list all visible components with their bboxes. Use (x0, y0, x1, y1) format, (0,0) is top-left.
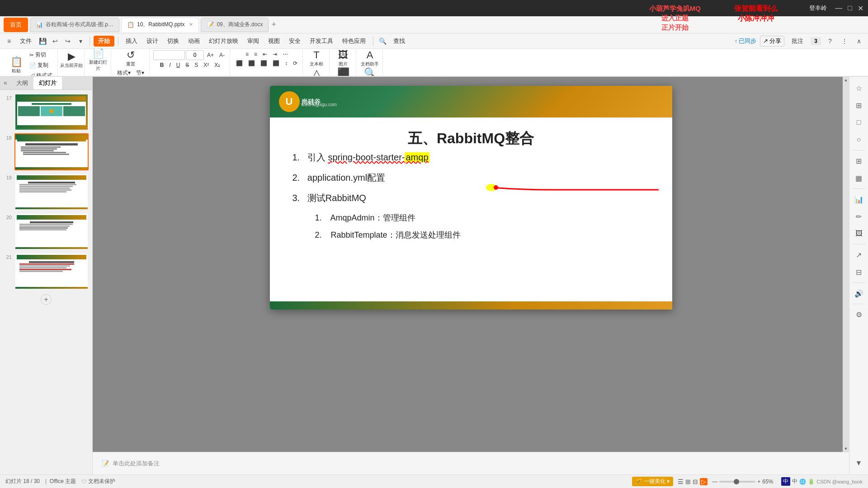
justify-btn[interactable]: ⬛ (270, 59, 282, 67)
start-btn[interactable]: 开始 (94, 36, 114, 47)
special-menu[interactable]: 特色应用 (339, 35, 369, 47)
indent-inc-btn[interactable]: ⇥ (270, 50, 279, 58)
section-dropdown-btn[interactable]: 节▾ (134, 68, 146, 77)
insert-menu[interactable]: 插入 (122, 35, 141, 47)
font-name-box[interactable] (153, 50, 185, 60)
right-icon-settings[interactable]: ⚙ (851, 307, 867, 322)
indent-dec-btn[interactable]: ⇤ (260, 50, 269, 58)
close-btn[interactable]: ✕ (858, 4, 863, 13)
right-icon-table[interactable]: ⊞ (851, 153, 867, 169)
slideshow-from-current-btn[interactable]: ▶ 从当前开始 (61, 50, 81, 70)
align-left-btn[interactable]: ⬛ (234, 59, 245, 67)
view-grid-btn[interactable]: ⊞ (685, 478, 691, 485)
new-slide-btn[interactable]: 📄 新建幻灯片 (88, 50, 108, 70)
tab-pptx2-close[interactable]: ✕ (189, 22, 193, 28)
slide-thumb-19[interactable]: 19 (4, 173, 89, 210)
numbering-btn[interactable]: ≡ (252, 50, 259, 58)
right-icon-chart[interactable]: 📊 (851, 192, 867, 207)
outline-tab[interactable]: 大纲 (11, 77, 33, 89)
right-icon-edit[interactable]: ✏ (851, 209, 867, 224)
scroll-up-arrow[interactable]: ▲ (843, 77, 849, 83)
switch-menu[interactable]: 切换 (164, 35, 183, 47)
view-list-btn[interactable]: ☰ (678, 478, 684, 485)
add-tab-btn[interactable]: + (271, 20, 276, 29)
italic-btn[interactable]: I (167, 61, 173, 69)
cut-btn[interactable]: ✂ 剪切 (27, 50, 55, 60)
bullets-btn[interactable]: ≡ (243, 50, 251, 58)
help-icon[interactable]: ? (825, 36, 835, 47)
zoom-minus-btn[interactable]: — (712, 479, 717, 485)
slide-thumb-17[interactable]: 17 (4, 94, 89, 131)
vertical-scrollbar[interactable]: ▲ ▼ (843, 77, 849, 452)
file-menu[interactable]: 文件 (16, 35, 35, 47)
text-direction-btn[interactable]: ⟳ (291, 59, 300, 67)
lang-cn-icon[interactable]: 中 (781, 477, 790, 486)
bold-btn[interactable]: B (158, 61, 166, 69)
minimize-btn[interactable]: — (835, 4, 842, 13)
strikethrough-btn[interactable]: S (183, 61, 191, 69)
undo-icon[interactable]: ↩ (50, 36, 61, 47)
review-menu[interactable]: 审阅 (244, 35, 263, 47)
add-slide-btn[interactable]: + (41, 294, 52, 305)
home-tab[interactable]: 首页 (4, 18, 28, 32)
increase-font-btn[interactable]: A+ (205, 51, 216, 59)
textbox-btn[interactable]: T 文本框 (307, 50, 326, 67)
animation-menu[interactable]: 动画 (184, 35, 203, 47)
right-icon-audio[interactable]: 🔊 (851, 286, 867, 301)
view-menu[interactable]: 视图 (264, 35, 283, 47)
right-icon-layout2[interactable]: ⊟ (851, 264, 867, 280)
text-assistant-btn[interactable]: A 文档助手 (360, 50, 380, 67)
hamburger-icon[interactable]: ≡ (4, 36, 14, 47)
copy-btn[interactable]: 📄 复制 (27, 61, 55, 70)
tab-pptx1[interactable]: 📊 谷粒商城-分布式高级-图.pptx (30, 18, 119, 32)
align-center-btn[interactable]: ⬛ (246, 59, 257, 67)
slideshow-menu[interactable]: 幻灯片放映 (205, 35, 242, 47)
zoom-plus-btn[interactable]: + (757, 479, 760, 485)
view-reading-btn[interactable]: ▷ (700, 478, 708, 485)
zoom-slider[interactable] (719, 481, 755, 483)
tab-pptx2[interactable]: 📋 10、RabbitMQ.pptx ✕ (121, 18, 199, 32)
shapes-btn[interactable]: △ 形状▾ (307, 68, 326, 77)
search-label[interactable]: 查找 (390, 35, 409, 47)
right-icon-grid[interactable]: ⊞ (851, 98, 867, 113)
design-menu[interactable]: 设计 (143, 35, 162, 47)
slide-thumb-21[interactable]: 21 (4, 253, 89, 290)
right-icon-box[interactable]: □ (851, 115, 867, 130)
subscript-btn[interactable]: X₂ (212, 61, 222, 69)
devtools-menu[interactable]: 开发工具 (306, 35, 337, 47)
right-icon-export[interactable]: ↗ (851, 247, 867, 263)
align-right-btn[interactable]: ⬛ (258, 59, 269, 67)
maximize-btn[interactable]: □ (848, 4, 852, 13)
paste-btn[interactable]: 📋 粘贴 (6, 56, 26, 75)
expand-icon[interactable]: ▾ (75, 36, 86, 47)
pictures-btn[interactable]: 🖼 图片 (333, 50, 353, 67)
scroll-down-arrow[interactable]: ▼ (843, 446, 849, 452)
format-btn[interactable]: 🖌 格式式 (27, 71, 55, 77)
more-paragraph-btn[interactable]: ⋯ (280, 50, 290, 58)
superscript-btn[interactable]: X² (201, 61, 211, 69)
tab-docx[interactable]: 📝 09、商城业务.docx (201, 18, 269, 32)
security-menu[interactable]: 安全 (285, 35, 304, 47)
collapse-ribbon-icon[interactable]: ∧ (854, 36, 864, 47)
slide-thumb-20[interactable]: 20 (4, 213, 89, 250)
find-btn[interactable]: 🔍 查找 (360, 68, 380, 77)
slide-thumb-18[interactable]: 18 (4, 133, 89, 170)
redo-icon[interactable]: ↪ (62, 36, 73, 47)
share-btn[interactable]: ↗ 分享 (760, 36, 784, 47)
right-icon-layout[interactable]: ▦ (851, 170, 867, 186)
slides-tab[interactable]: 幻灯片 (33, 77, 62, 89)
beautify-btn[interactable]: 🪄 一键美化 ▾ (632, 477, 674, 486)
reset-btn[interactable]: ↺ 重置 (121, 50, 141, 67)
right-icon-circle[interactable]: ○ (851, 132, 867, 147)
shadow-btn[interactable]: S (192, 61, 200, 69)
search-icon[interactable]: 🔍 (377, 36, 388, 47)
fill-btn[interactable]: ⬛ 填充 (333, 68, 353, 77)
more-icon[interactable]: ⋮ (839, 36, 850, 47)
format-dropdown-btn[interactable]: 格式▾ (115, 68, 133, 77)
collapse-panel-btn[interactable]: « (0, 77, 11, 89)
right-icon-scroll-down[interactable]: ▼ (851, 455, 867, 471)
approve-btn[interactable]: 批注 (788, 36, 807, 47)
underline-btn[interactable]: U (174, 61, 183, 69)
sync-btn[interactable]: ↑ 已同步 (735, 37, 757, 45)
col-spacing-btn[interactable]: ↕ (283, 59, 290, 67)
